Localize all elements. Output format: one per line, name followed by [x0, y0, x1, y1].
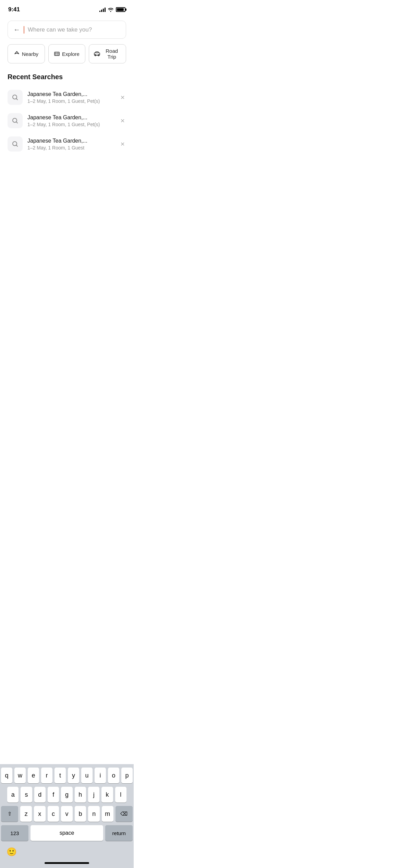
- map-icon: [54, 51, 60, 57]
- explore-button[interactable]: Explore: [48, 44, 86, 63]
- search-item-icon-wrap: [8, 136, 23, 152]
- wifi-icon: [108, 7, 114, 12]
- car-icon: [94, 51, 100, 56]
- road-trip-button[interactable]: Road Trip: [89, 44, 126, 63]
- search-item-text: Japanese Tea Garden,... 1–2 May, 1 Room,…: [27, 91, 114, 104]
- search-item-title: Japanese Tea Garden,...: [27, 91, 114, 97]
- list-item[interactable]: Japanese Tea Garden,... 1–2 May, 1 Room,…: [8, 133, 126, 155]
- explore-label: Explore: [62, 51, 80, 57]
- search-item-icon-wrap: [8, 113, 23, 128]
- status-bar: 9:41: [0, 0, 134, 17]
- text-cursor: [24, 26, 24, 34]
- search-icon: [12, 94, 19, 101]
- signal-icon: [99, 7, 106, 12]
- quick-actions: Nearby Explore Road Trip: [0, 44, 134, 72]
- remove-search-button[interactable]: ✕: [119, 117, 126, 124]
- search-container: ← Where can we take you?: [0, 17, 134, 44]
- search-bar[interactable]: ← Where can we take you?: [8, 21, 126, 39]
- list-item[interactable]: Japanese Tea Garden,... 1–2 May, 1 Room,…: [8, 86, 126, 108]
- remove-search-button[interactable]: ✕: [119, 94, 126, 101]
- search-item-icon-wrap: [8, 90, 23, 105]
- nearby-button[interactable]: Nearby: [8, 44, 45, 63]
- remove-search-button[interactable]: ✕: [119, 140, 126, 148]
- search-item-title: Japanese Tea Garden,...: [27, 114, 114, 121]
- search-item-subtitle: 1–2 May, 1 Room, 1 Guest: [27, 145, 114, 150]
- navigation-icon: [14, 51, 20, 57]
- search-item-subtitle: 1–2 May, 1 Room, 1 Guest, Pet(s): [27, 122, 114, 127]
- list-item[interactable]: Japanese Tea Garden,... 1–2 May, 1 Room,…: [8, 110, 126, 132]
- search-icon: [12, 117, 19, 124]
- back-button[interactable]: ←: [13, 26, 20, 34]
- search-item-text: Japanese Tea Garden,... 1–2 May, 1 Room,…: [27, 114, 114, 127]
- nearby-label: Nearby: [22, 51, 38, 57]
- search-icon: [12, 141, 19, 147]
- search-placeholder: Where can we take you?: [28, 26, 120, 33]
- status-icons: [99, 7, 125, 12]
- recent-searches-title: Recent Searches: [0, 72, 134, 86]
- battery-icon: [116, 7, 125, 12]
- search-item-title: Japanese Tea Garden,...: [27, 138, 114, 144]
- status-time: 9:41: [8, 6, 20, 13]
- search-item-subtitle: 1–2 May, 1 Room, 1 Guest, Pet(s): [27, 98, 114, 104]
- search-item-text: Japanese Tea Garden,... 1–2 May, 1 Room,…: [27, 138, 114, 150]
- search-results-list: Japanese Tea Garden,... 1–2 May, 1 Room,…: [0, 86, 134, 155]
- road-trip-label: Road Trip: [102, 48, 121, 60]
